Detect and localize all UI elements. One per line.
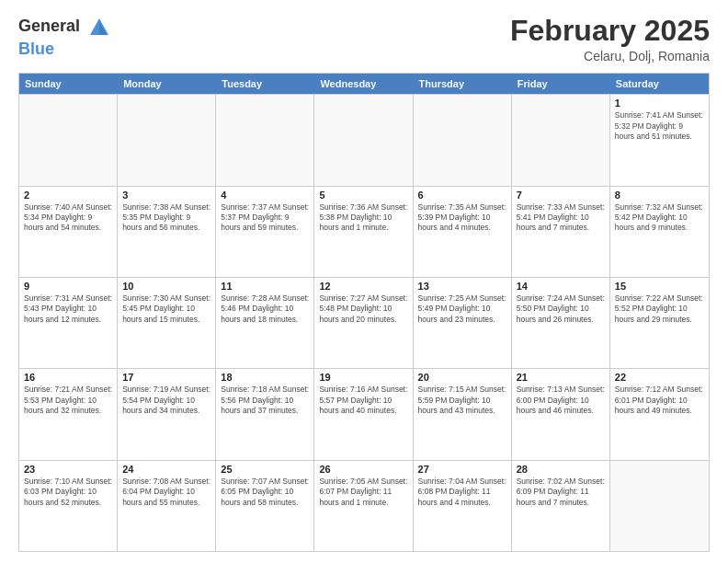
calendar-header-day: Sunday <box>19 74 118 94</box>
table-row <box>314 95 413 185</box>
day-info: Sunrise: 7:32 AM Sunset: 5:42 PM Dayligh… <box>615 202 704 234</box>
logo-general: General <box>18 15 112 40</box>
table-row: 12Sunrise: 7:27 AM Sunset: 5:48 PM Dayli… <box>314 278 413 368</box>
table-row: 15Sunrise: 7:22 AM Sunset: 5:52 PM Dayli… <box>610 278 709 368</box>
table-row: 7Sunrise: 7:33 AM Sunset: 5:41 PM Daylig… <box>512 187 610 277</box>
table-row: 21Sunrise: 7:13 AM Sunset: 6:00 PM Dayli… <box>512 369 610 459</box>
table-row: 26Sunrise: 7:05 AM Sunset: 6:07 PM Dayli… <box>314 461 413 551</box>
day-info: Sunrise: 7:25 AM Sunset: 5:49 PM Dayligh… <box>418 293 506 325</box>
calendar-week: 2Sunrise: 7:40 AM Sunset: 5:34 PM Daylig… <box>19 186 709 277</box>
day-number: 2 <box>24 190 112 201</box>
day-number: 15 <box>615 281 704 292</box>
day-number: 10 <box>122 281 210 292</box>
day-info: Sunrise: 7:22 AM Sunset: 5:52 PM Dayligh… <box>615 293 704 325</box>
day-info: Sunrise: 7:41 AM Sunset: 5:32 PM Dayligh… <box>615 110 704 142</box>
day-number: 24 <box>122 464 210 475</box>
table-row: 14Sunrise: 7:24 AM Sunset: 5:50 PM Dayli… <box>512 278 610 368</box>
table-row: 27Sunrise: 7:04 AM Sunset: 6:08 PM Dayli… <box>414 461 512 551</box>
calendar-week: 16Sunrise: 7:21 AM Sunset: 5:53 PM Dayli… <box>19 368 709 459</box>
day-info: Sunrise: 7:18 AM Sunset: 5:56 PM Dayligh… <box>221 385 309 416</box>
table-row: 18Sunrise: 7:18 AM Sunset: 5:56 PM Dayli… <box>216 369 314 459</box>
day-info: Sunrise: 7:10 AM Sunset: 6:03 PM Dayligh… <box>24 477 112 508</box>
day-info: Sunrise: 7:37 AM Sunset: 5:37 PM Dayligh… <box>221 202 309 234</box>
table-row: 13Sunrise: 7:25 AM Sunset: 5:49 PM Dayli… <box>414 278 512 368</box>
day-number: 25 <box>221 464 309 475</box>
day-info: Sunrise: 7:24 AM Sunset: 5:50 PM Dayligh… <box>517 293 605 325</box>
table-row: 24Sunrise: 7:08 AM Sunset: 6:04 PM Dayli… <box>118 461 216 551</box>
day-info: Sunrise: 7:13 AM Sunset: 6:00 PM Dayligh… <box>517 385 605 416</box>
day-number: 14 <box>517 281 605 292</box>
calendar-header-day: Friday <box>512 74 610 94</box>
table-row <box>118 95 216 185</box>
day-number: 16 <box>24 372 112 383</box>
logo-text: General Blue <box>18 15 112 59</box>
day-number: 8 <box>615 190 704 201</box>
table-row: 23Sunrise: 7:10 AM Sunset: 6:03 PM Dayli… <box>19 461 118 551</box>
table-row: 17Sunrise: 7:19 AM Sunset: 5:54 PM Dayli… <box>118 369 216 459</box>
day-info: Sunrise: 7:19 AM Sunset: 5:54 PM Dayligh… <box>122 385 210 416</box>
table-row <box>414 95 512 185</box>
table-row: 28Sunrise: 7:02 AM Sunset: 6:09 PM Dayli… <box>512 461 610 551</box>
logo-icon <box>86 15 112 40</box>
table-row: 25Sunrise: 7:07 AM Sunset: 6:05 PM Dayli… <box>216 461 314 551</box>
day-info: Sunrise: 7:36 AM Sunset: 5:38 PM Dayligh… <box>319 202 407 234</box>
day-info: Sunrise: 7:16 AM Sunset: 5:57 PM Dayligh… <box>319 385 407 416</box>
day-number: 11 <box>221 281 309 292</box>
calendar-header-day: Tuesday <box>216 74 314 94</box>
table-row: 16Sunrise: 7:21 AM Sunset: 5:53 PM Dayli… <box>19 369 118 459</box>
calendar: SundayMondayTuesdayWednesdayThursdayFrid… <box>18 73 710 552</box>
main-title: February 2025 <box>510 15 710 47</box>
day-info: Sunrise: 7:04 AM Sunset: 6:08 PM Dayligh… <box>418 477 506 508</box>
logo: General Blue <box>18 15 112 59</box>
day-info: Sunrise: 7:07 AM Sunset: 6:05 PM Dayligh… <box>221 477 309 508</box>
table-row: 1Sunrise: 7:41 AM Sunset: 5:32 PM Daylig… <box>610 95 709 185</box>
day-info: Sunrise: 7:21 AM Sunset: 5:53 PM Dayligh… <box>24 385 112 416</box>
day-info: Sunrise: 7:12 AM Sunset: 6:01 PM Dayligh… <box>615 385 704 416</box>
day-number: 1 <box>615 98 704 109</box>
day-info: Sunrise: 7:28 AM Sunset: 5:46 PM Dayligh… <box>221 293 309 325</box>
day-number: 5 <box>319 190 407 201</box>
calendar-week: 9Sunrise: 7:31 AM Sunset: 5:43 PM Daylig… <box>19 277 709 368</box>
table-row <box>216 95 314 185</box>
calendar-header-day: Monday <box>118 74 216 94</box>
day-number: 17 <box>122 372 210 383</box>
page: General Blue February 2025 Celaru, Dolj,… <box>0 0 728 563</box>
day-info: Sunrise: 7:33 AM Sunset: 5:41 PM Dayligh… <box>517 202 605 234</box>
calendar-header-day: Thursday <box>414 74 512 94</box>
day-number: 12 <box>319 281 407 292</box>
day-info: Sunrise: 7:15 AM Sunset: 5:59 PM Dayligh… <box>418 385 506 416</box>
table-row: 19Sunrise: 7:16 AM Sunset: 5:57 PM Dayli… <box>314 369 413 459</box>
calendar-header-day: Wednesday <box>314 74 413 94</box>
day-info: Sunrise: 7:40 AM Sunset: 5:34 PM Dayligh… <box>24 202 112 234</box>
table-row <box>19 95 118 185</box>
day-number: 4 <box>221 190 309 201</box>
calendar-week: 23Sunrise: 7:10 AM Sunset: 6:03 PM Dayli… <box>19 460 709 551</box>
table-row: 4Sunrise: 7:37 AM Sunset: 5:37 PM Daylig… <box>216 187 314 277</box>
table-row: 3Sunrise: 7:38 AM Sunset: 5:35 PM Daylig… <box>118 187 216 277</box>
table-row: 22Sunrise: 7:12 AM Sunset: 6:01 PM Dayli… <box>610 369 709 459</box>
table-row: 2Sunrise: 7:40 AM Sunset: 5:34 PM Daylig… <box>19 187 118 277</box>
subtitle: Celaru, Dolj, Romania <box>510 49 710 63</box>
day-number: 23 <box>24 464 112 475</box>
day-number: 19 <box>319 372 407 383</box>
day-info: Sunrise: 7:30 AM Sunset: 5:45 PM Dayligh… <box>122 293 210 325</box>
day-info: Sunrise: 7:31 AM Sunset: 5:43 PM Dayligh… <box>24 293 112 325</box>
table-row: 9Sunrise: 7:31 AM Sunset: 5:43 PM Daylig… <box>19 278 118 368</box>
header: General Blue February 2025 Celaru, Dolj,… <box>18 15 710 63</box>
day-number: 21 <box>517 372 605 383</box>
calendar-body: 1Sunrise: 7:41 AM Sunset: 5:32 PM Daylig… <box>19 94 709 551</box>
day-number: 22 <box>615 372 704 383</box>
day-number: 13 <box>418 281 506 292</box>
day-number: 28 <box>517 464 605 475</box>
day-info: Sunrise: 7:27 AM Sunset: 5:48 PM Dayligh… <box>319 293 407 325</box>
table-row: 11Sunrise: 7:28 AM Sunset: 5:46 PM Dayli… <box>216 278 314 368</box>
day-info: Sunrise: 7:38 AM Sunset: 5:35 PM Dayligh… <box>122 202 210 234</box>
calendar-week: 1Sunrise: 7:41 AM Sunset: 5:32 PM Daylig… <box>19 94 709 185</box>
calendar-header: SundayMondayTuesdayWednesdayThursdayFrid… <box>19 74 709 94</box>
day-number: 20 <box>418 372 506 383</box>
day-info: Sunrise: 7:02 AM Sunset: 6:09 PM Dayligh… <box>517 477 605 508</box>
day-number: 27 <box>418 464 506 475</box>
day-number: 3 <box>122 190 210 201</box>
day-info: Sunrise: 7:08 AM Sunset: 6:04 PM Dayligh… <box>122 477 210 508</box>
table-row: 5Sunrise: 7:36 AM Sunset: 5:38 PM Daylig… <box>314 187 413 277</box>
